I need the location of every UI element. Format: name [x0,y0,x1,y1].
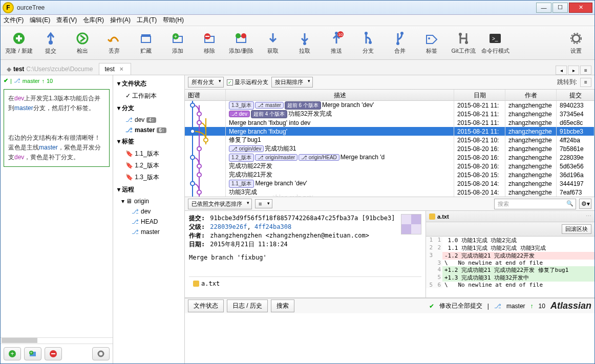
pull-button[interactable]: 拉取 [290,31,319,55]
repo-path: C:\Users\zcube\Docume [26,66,93,73]
menu-item[interactable]: 仓库(R) [83,16,104,25]
svg-point-20 [365,32,368,35]
clone-button[interactable]: 克隆 / 新建 [5,31,33,55]
col-commit[interactable]: 提交 [557,90,594,100]
changed-file[interactable]: a.txt [201,280,220,287]
settings-button[interactable]: 设置 [562,31,590,55]
gitflow-button[interactable]: Git工作流 [449,31,478,55]
svg-text:+: + [10,350,14,357]
footer-filestatus-button[interactable]: 文件状态 [188,299,224,312]
parent-link-1[interactable]: 228039e26f [210,223,247,230]
maximize-button[interactable]: ☐ [552,3,568,13]
commit-row[interactable]: Merge branch 'fixbug' into dev 2015-08-2… [185,118,594,127]
svg-point-29 [572,35,580,42]
sidebar-tag[interactable]: 🔖 1.1_版本 [114,148,183,160]
sidebar-remote-branch[interactable]: ⎇ dev [114,206,183,217]
col-desc[interactable]: 描述 [226,90,454,100]
commit-row[interactable]: ⎇ dev超前 4 个版本功能32开发完成 2015-08-21 11: zha… [185,110,594,118]
svg-point-21 [369,41,372,44]
sidebar-remote-branch[interactable]: ⎇ master [114,227,183,237]
toolbar-label: Git工作流 [451,47,475,55]
svg-point-15 [241,33,246,38]
remove-button[interactable]: 移除 [195,31,224,55]
sidebar-tag[interactable]: 🔖 1.2_版本 [114,160,183,172]
diff-more-icon[interactable]: ⋯ [586,213,591,220]
fetch-button[interactable]: 获取 [259,31,287,55]
repo-panel: ✔ | ⎇ master ↑10 在dev上开发完1.3版本功能后合并到mast… [1,75,113,363]
modified-icon [429,213,435,220]
addremove-button[interactable]: 添加/删除 [227,31,256,55]
detail-settings-button[interactable]: ⚙▾ [579,199,591,209]
jump-menu-button[interactable]: ≡ [580,78,591,87]
menu-item[interactable]: 编辑(E) [30,16,50,25]
check-icon: ✔ [429,303,434,310]
tab-close-icon[interactable]: × [120,66,123,73]
file-sort-dropdown[interactable]: 已依照文件状态排序 [188,199,252,209]
col-date[interactable]: 日期 [454,90,505,100]
tabbar: ◆ test C:\Users\zcube\Docume test × ◂ ▸ … [1,60,594,75]
sidebar-header[interactable]: ▾ 文件状态 [114,77,183,90]
minimize-button[interactable]: — [536,3,551,13]
branch-button[interactable]: 分支 [354,31,383,55]
commit-row[interactable]: 功能3完成 2015-08-20 14: zhangzhengzhe 7eaf6… [185,188,594,197]
discard-button[interactable]: 丢弃 [100,31,129,55]
svg-rect-12 [205,36,209,37]
show-remote-checkbox[interactable]: ✓显示远程分支 [227,78,268,86]
repo-settings-button[interactable] [92,347,110,360]
commit-rows: 1.3_版本⎇ master超前 6 个版本Merge branch 'dev'… [185,101,594,197]
add-folder-button[interactable]: + [24,347,41,360]
jump-to-label: 跳转到: [557,78,577,87]
sidebar-remote-origin[interactable]: ▾ 🖥 origin [114,196,183,206]
branch-filter-dropdown[interactable]: 所有分支 [188,77,224,88]
view-mode-dropdown[interactable]: ≡ [255,199,272,208]
menu-item[interactable]: 查看(V) [56,16,77,25]
sort-dropdown[interactable]: 按日期排序 [271,77,313,88]
sidebar-branch-dev[interactable]: ⎇ dev 4↑ [114,115,183,125]
terminal-button[interactable]: >_命令行模式 [481,31,509,55]
commit-button[interactable]: 提交 [36,31,65,55]
diff-filename: a.txt [437,213,449,220]
col-author[interactable]: 作者 [505,90,557,100]
toolbar-label: 获取 [267,47,279,55]
sidebar-branch-master[interactable]: ⎇ master 6↑ [114,125,183,135]
sidebar-header[interactable]: ▾ 标签 [114,135,183,148]
sidebar-header[interactable]: ▾ 分支 [114,102,183,115]
add-button[interactable]: +添加 [163,31,192,55]
tab-test[interactable]: test × [99,63,131,75]
svg-point-16 [303,42,306,45]
remove-repo-button[interactable] [45,347,62,360]
sidebar-header[interactable]: ▾ 远程 [114,183,183,196]
commit-date: 2015年8月21日 11:18:24 [210,241,288,248]
nav-back-button[interactable]: ◂ [556,66,567,75]
add-repo-button[interactable]: + [4,347,21,360]
repo-name: test [13,66,24,73]
annotation-box: 在dev上开发完1.3版本功能后合并到master分支，然后打个标签。右边的分支… [4,89,110,167]
nav-menu-button[interactable]: ≡ [580,66,591,75]
tag-button[interactable]: 标签 [417,31,446,55]
footer-log-button[interactable]: 日志 / 历史 [227,299,268,312]
menu-item[interactable]: 文件(F) [4,16,24,25]
sidebar-tag[interactable]: 🔖 1.3_版本 [114,172,183,183]
detail-toolbar: 已依照文件状态排序 ≡ 搜索🔍 ⚙▾ [185,197,594,211]
push-button[interactable]: 10推送 [322,31,351,55]
menu-item[interactable]: 操作(A) [110,16,131,25]
toolbar-label: 合并 [394,47,406,55]
sidebar-remote-branch[interactable]: ⎇ HEAD [114,217,183,227]
menu-item[interactable]: 帮助(H) [163,16,184,25]
branch-icon: ⎇ [494,303,501,310]
checkout-button[interactable]: 检出 [68,31,97,55]
parent-link-2[interactable]: 4ff24ba308 [254,223,291,230]
stash-button[interactable]: 贮藏 [132,31,160,55]
main-panel: 所有分支 ✓显示远程分支 按日期排序 跳转到: ≡ 图谱 描述 日期 作者 提交… [185,75,594,363]
nav-forward-button[interactable]: ▸ [568,66,579,75]
search-input[interactable]: 搜索🔍 [494,199,576,209]
footer-search-button[interactable]: 搜索 [271,299,294,312]
diff-panel: a.txt ⋯ 回滚区块 11 1.0 功能1完成 功能2完成22 1.1 功能… [426,211,594,297]
sidebar-item-workingcopy[interactable]: ✓ 工作副本 [114,90,183,102]
commit-message: Merge branch 'fixbug' [189,254,421,261]
revert-hunk-button[interactable]: 回滚区块 [562,224,591,234]
close-button[interactable]: ✕ [569,3,592,13]
col-graph[interactable]: 图谱 [185,90,226,100]
menu-item[interactable]: 工具(T) [137,16,157,25]
merge-button[interactable]: 合并 [386,31,414,55]
